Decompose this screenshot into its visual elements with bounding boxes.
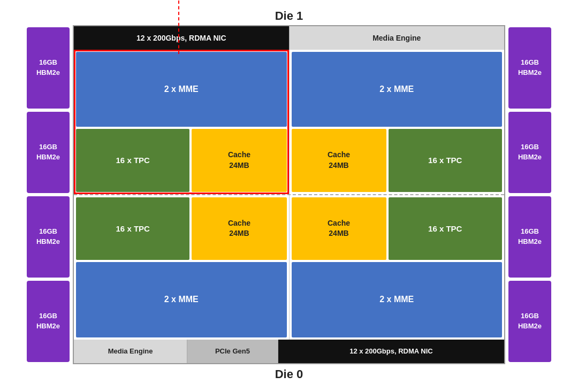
die1-right: 2 x MME Cache24MB 16 x TPC	[290, 50, 505, 194]
die1-right-tpc-cache: Cache24MB 16 x TPC	[292, 129, 503, 191]
media-engine-top: Media Engine	[289, 26, 505, 50]
die1-right-mme: 2 x MME	[292, 52, 503, 127]
die1-left: 2 x MME 16 x TPC Cache24MB	[74, 50, 290, 194]
die0-content: 16 x TPC Cache24MB 2 x MME Cache24MB 16 …	[74, 195, 504, 340]
bottom-bar: Media Engine PCIe Gen5 12 x 200Gbps, RDM…	[74, 340, 504, 363]
hbm-right-1: 16GBHBM2e	[508, 27, 551, 109]
die1-left-tpc: 16 x TPC	[76, 129, 189, 191]
pcie-bar: PCIe Gen5	[187, 340, 278, 363]
die1-left-mme: 2 x MME	[76, 52, 287, 127]
main-container: 16GBHBM2e 16GBHBM2e 16GBHBM2e 16GBHBM2e …	[27, 25, 551, 364]
hbm-right-4: 16GBHBM2e	[508, 281, 551, 362]
dcore-dashed-line	[178, 1, 179, 54]
die0-left-mme: 2 x MME	[76, 262, 287, 337]
die1-left-cache: Cache24MB	[192, 129, 286, 191]
die0-label: Die 0	[275, 367, 303, 381]
hbm-right-2: 16GBHBM2e	[508, 112, 551, 193]
die0-left-tpc: 16 x TPC	[76, 197, 189, 260]
top-bar: 12 x 200Gbps, RDMA NIC Media Engine	[74, 26, 504, 50]
die1-label: Die 1	[275, 9, 303, 23]
nic-top: 12 x 200Gbps, RDMA NIC	[74, 26, 289, 50]
die0-right-mme: 2 x MME	[292, 262, 503, 337]
hbm-left-3: 16GBHBM2e	[27, 196, 70, 278]
die0-left-tpc-cache: 16 x TPC Cache24MB	[76, 197, 287, 260]
media-engine-bottom: Media Engine	[74, 340, 187, 363]
hbm-left-column: 16GBHBM2e 16GBHBM2e 16GBHBM2e 16GBHBM2e	[27, 25, 70, 364]
die0-right-tpc: 16 x TPC	[389, 197, 502, 260]
inner-diagram-box: 12 x 200Gbps, RDMA NIC Media Engine 2 x …	[73, 25, 505, 364]
die1-right-tpc: 16 x TPC	[389, 129, 502, 191]
hbm-right-3: 16GBHBM2e	[508, 196, 551, 278]
hbm-right-column: 16GBHBM2e 16GBHBM2e 16GBHBM2e 16GBHBM2e	[508, 25, 551, 364]
die0-left: 16 x TPC Cache24MB 2 x MME	[74, 195, 290, 340]
hbm-left-2: 16GBHBM2e	[27, 112, 70, 193]
nic-bottom: 12 x 200Gbps, RDMA NIC	[278, 340, 504, 363]
die0-right-cache: Cache24MB	[292, 197, 386, 260]
die1-left-tpc-cache: 16 x TPC Cache24MB	[76, 129, 287, 191]
die0-right: Cache24MB 16 x TPC 2 x MME	[290, 195, 505, 340]
die0-right-tpc-cache: Cache24MB 16 x TPC	[292, 197, 503, 260]
die1-right-cache: Cache24MB	[292, 129, 386, 191]
hbm-left-1: 16GBHBM2e	[27, 27, 70, 109]
hbm-left-4: 16GBHBM2e	[27, 281, 70, 362]
diagram-wrapper: DCORE Die 1 16GBHBM2e 16GBHBM2e 16GBHBM2…	[27, 9, 551, 383]
die1-content: 2 x MME 16 x TPC Cache24MB 2 x MME Cache…	[74, 50, 504, 195]
die0-left-cache: Cache24MB	[192, 197, 286, 260]
